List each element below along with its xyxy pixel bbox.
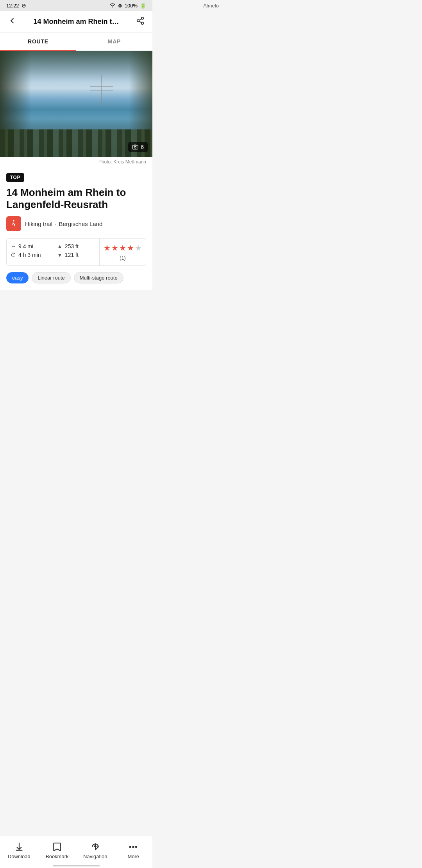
tab-route[interactable]: ROUTE <box>0 33 76 51</box>
location-icon: ⊗ <box>118 3 122 9</box>
status-bar: 12:22 ⊖ Almelo ⊗ 100% 🔋 <box>0 0 152 11</box>
tags-row: easy Linear route Multi-stage route <box>6 272 146 290</box>
star-3: ★ <box>119 243 126 253</box>
battery-percentage: 100% <box>125 3 138 9</box>
svg-point-9 <box>134 146 136 148</box>
svg-line-3 <box>139 21 141 23</box>
duration-stat: ⏱ 4 h 3 min <box>11 252 49 258</box>
top-nav: 14 Monheim am Rhein t… <box>0 11 152 33</box>
star-4: ★ <box>127 243 134 253</box>
trail-type: Hiking trail · Bergisches Land <box>25 221 102 227</box>
status-right: ⊗ 100% 🔋 <box>109 3 146 9</box>
stat-cell-distance: ↔ 9.4 mi ⏱ 4 h 3 min <box>7 239 53 265</box>
tag-easy[interactable]: easy <box>6 272 29 283</box>
back-button[interactable] <box>6 15 18 29</box>
elevation-down-icon: ▼ <box>57 252 63 258</box>
stars-row: ★ ★ ★ ★ ★ <box>104 243 142 253</box>
photo-count-badge[interactable]: 6 <box>128 142 148 152</box>
stat-cell-ratings: ★ ★ ★ ★ ★ (1) <box>100 239 146 265</box>
tag-linear[interactable]: Linear route <box>32 272 70 283</box>
distance-stat: ↔ 9.4 mi <box>11 243 49 249</box>
hero-image-container[interactable]: 6 <box>0 51 152 157</box>
clock-icon: ⏱ <box>11 252 16 258</box>
top-badge: TOP <box>6 173 24 182</box>
status-left: 12:22 ⊖ <box>6 2 26 9</box>
tabs: ROUTE MAP <box>0 33 152 51</box>
status-time: 12:22 <box>6 3 19 9</box>
share-button[interactable] <box>134 15 146 29</box>
route-content: TOP 14 Monheim am Rhein to Langenfeld-Re… <box>0 167 152 290</box>
stat-cell-elevation: ▲ 253 ft ▼ 121 ft <box>53 239 100 265</box>
svg-line-4 <box>139 19 141 20</box>
star-2: ★ <box>111 243 118 253</box>
svg-rect-8 <box>132 145 138 149</box>
battery-icon: 🔋 <box>140 3 146 9</box>
svg-point-10 <box>13 220 14 222</box>
star-1: ★ <box>104 243 111 253</box>
photo-count: 6 <box>141 144 144 150</box>
tab-map[interactable]: MAP <box>76 33 152 50</box>
tag-multistage[interactable]: Multi-stage route <box>74 272 123 283</box>
star-5: ★ <box>135 243 142 253</box>
hero-image <box>0 51 152 157</box>
distance-icon: ↔ <box>11 243 16 249</box>
trail-info-row: Hiking trail · Bergisches Land <box>6 216 146 231</box>
wifi-icon <box>109 3 116 9</box>
review-count: (1) <box>120 255 126 261</box>
elevation-up-stat: ▲ 253 ft <box>57 243 95 249</box>
route-title: 14 Monheim am Rhein to Langenfeld-Reusra… <box>6 187 146 211</box>
elevation-up-icon: ▲ <box>57 243 63 249</box>
dnd-icon: ⊖ <box>21 2 26 9</box>
elevation-down-stat: ▼ 121 ft <box>57 252 95 258</box>
stats-row: ↔ 9.4 mi ⏱ 4 h 3 min ▲ 253 ft ▼ 121 ft ★… <box>6 238 146 266</box>
photo-credit: Photo: Kreis Mettmann <box>0 157 152 167</box>
hiker-icon <box>6 216 21 231</box>
page-title: 14 Monheim am Rhein t… <box>21 18 131 26</box>
